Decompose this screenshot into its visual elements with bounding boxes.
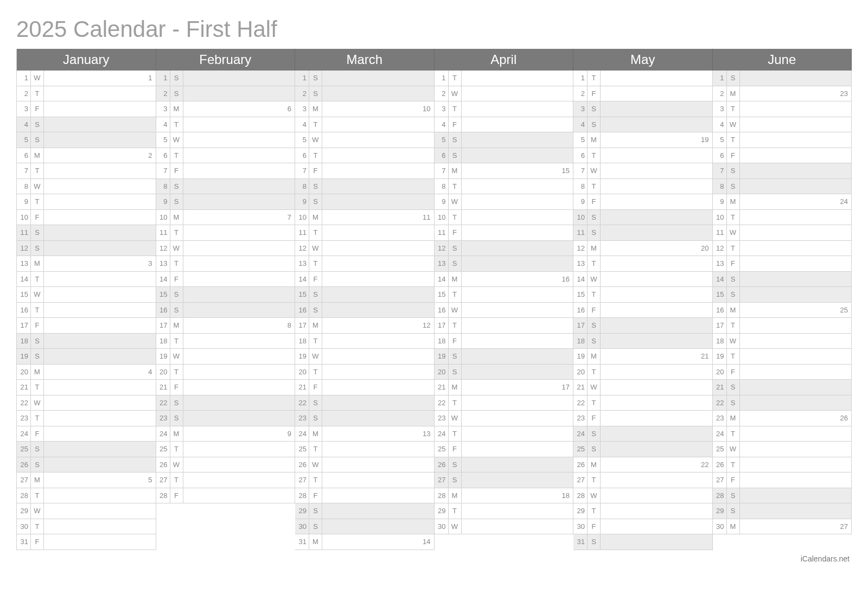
- day-number: 28: [435, 488, 449, 503]
- day-row: 10M11: [295, 210, 435, 226]
- day-row: 14F: [156, 272, 296, 288]
- day-number: 11: [573, 225, 588, 240]
- day-row: 6F: [713, 148, 852, 164]
- day-row: 11S: [17, 225, 156, 241]
- day-number: 25: [573, 442, 588, 457]
- day-cell: [183, 365, 295, 380]
- day-of-week: W: [727, 334, 740, 349]
- day-cell: 20: [601, 241, 712, 256]
- day-cell: [322, 163, 434, 178]
- day-row: 4S: [573, 117, 713, 133]
- day-row: 10T: [713, 210, 852, 226]
- day-row: 25S: [573, 442, 713, 457]
- day-number: 22: [156, 395, 170, 411]
- day-number: 13: [17, 256, 31, 271]
- day-number: 8: [435, 179, 449, 194]
- day-row: 16S: [156, 303, 296, 318]
- month-column: April1T2W3T4F5S6S7M158T9W10T11F12S13S14M…: [435, 49, 574, 550]
- day-number: 3: [156, 101, 170, 117]
- day-row: 4T: [295, 117, 435, 133]
- day-row: 6T: [156, 148, 296, 164]
- day-number: 16: [295, 303, 309, 318]
- day-cell: [601, 117, 712, 132]
- day-cell: [44, 503, 156, 519]
- day-cell: [462, 472, 573, 488]
- day-cell: [322, 334, 434, 349]
- calendar-grid: January1W12T3F4S5S6M27T8W9T10F11S12S13M3…: [16, 49, 852, 550]
- day-number: 20: [713, 365, 727, 380]
- day-number: 10: [713, 210, 727, 225]
- day-number: 3: [573, 101, 588, 117]
- day-cell: [44, 534, 156, 550]
- day-cell: [322, 71, 434, 86]
- day-row: 18S: [17, 334, 156, 349]
- day-row: 29W: [17, 503, 156, 519]
- day-of-week: F: [449, 442, 462, 457]
- day-row: 18T: [295, 334, 435, 349]
- day-of-week: T: [170, 225, 183, 240]
- day-cell: [740, 457, 852, 472]
- day-row: 1W1: [17, 71, 156, 86]
- day-cell: 17: [462, 380, 573, 395]
- day-cell: [601, 225, 712, 240]
- month-header: June: [713, 49, 852, 71]
- day-cell: [322, 179, 434, 194]
- day-row: 2S: [295, 86, 435, 102]
- day-of-week: F: [170, 380, 183, 395]
- day-of-week: T: [588, 256, 601, 271]
- day-number: 2: [573, 86, 588, 101]
- day-of-week: F: [309, 488, 322, 503]
- day-row: 3M10: [295, 101, 435, 117]
- day-number: 19: [156, 349, 170, 364]
- day-cell: 25: [740, 303, 852, 318]
- day-number: 7: [573, 163, 588, 178]
- day-row: 17T: [435, 318, 574, 334]
- day-number: 3: [17, 101, 31, 117]
- day-of-week: S: [588, 101, 601, 117]
- day-number: 3: [713, 101, 727, 117]
- day-row: 21F: [295, 380, 435, 395]
- day-number: 27: [156, 472, 170, 488]
- day-number: 14: [295, 272, 309, 287]
- day-row: 19S: [17, 349, 156, 365]
- day-number: 9: [156, 194, 170, 209]
- page-title: 2025 Calendar - First Half: [16, 16, 852, 42]
- day-of-week: T: [449, 287, 462, 302]
- day-row: 30M27: [713, 519, 852, 535]
- day-row: 17S: [573, 318, 713, 334]
- day-number: 28: [295, 488, 309, 503]
- day-cell: [183, 241, 295, 256]
- day-number: 14: [573, 272, 588, 287]
- day-number: 17: [156, 318, 170, 333]
- day-cell: 22: [601, 457, 712, 472]
- day-number: 23: [435, 411, 449, 426]
- day-number: 20: [295, 365, 309, 380]
- day-of-week: T: [170, 442, 183, 457]
- day-number: 22: [17, 395, 31, 411]
- day-of-week: S: [588, 210, 601, 225]
- day-of-week: S: [31, 225, 44, 240]
- day-cell: [183, 411, 295, 426]
- day-cell: [462, 318, 573, 333]
- day-cell: [44, 303, 156, 318]
- day-cell: 5: [44, 472, 156, 488]
- day-cell: [601, 318, 712, 333]
- day-number: 14: [156, 272, 170, 287]
- day-row: 14M16: [435, 272, 574, 288]
- day-of-week: F: [31, 318, 44, 333]
- day-of-week: T: [31, 380, 44, 395]
- day-number: 12: [435, 241, 449, 256]
- day-row: 8W: [17, 179, 156, 195]
- day-number: 27: [573, 472, 588, 488]
- day-cell: [740, 148, 852, 163]
- day-row: 8T: [435, 179, 574, 195]
- day-cell: [322, 303, 434, 318]
- day-cell: 11: [322, 210, 434, 225]
- day-cell: [462, 334, 573, 349]
- day-cell: [183, 457, 295, 472]
- day-number: 20: [17, 365, 31, 380]
- day-number: 17: [17, 318, 31, 333]
- day-row: 4F: [435, 117, 574, 133]
- day-number: 4: [573, 117, 588, 132]
- day-of-week: M: [449, 380, 462, 395]
